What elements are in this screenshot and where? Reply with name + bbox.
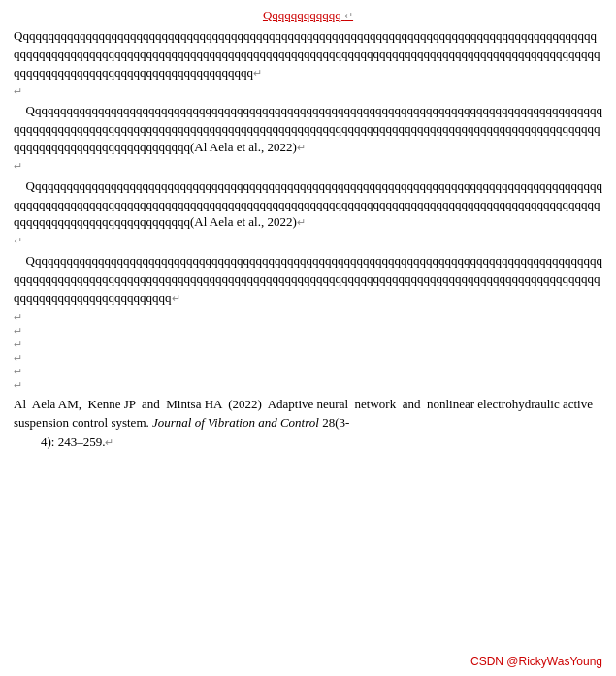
paragraph-3: Qqqqqqqqqqqqqqqqqqqqqqqqqqqqqqqqqqqqqqqq…	[14, 177, 602, 250]
title-text: Qqqqqqqqqqqq	[263, 8, 341, 22]
blank-lines-section: ↵ ↵ ↵ ↵ ↵ ↵	[14, 309, 602, 391]
reference-volume: 28(3-	[319, 415, 349, 430]
para2-text: Qqqqqqqqqqqqqqqqqqqqqqqqqqqqqqqqqqqqqqqq…	[14, 103, 602, 154]
reference-section: Al Aela AM, Kenne JP and Mintsa HA (2022…	[14, 395, 602, 452]
reference-line-1: Al Aela AM, Kenne JP and Mintsa HA (2022…	[14, 395, 602, 433]
paragraph-2: Qqqqqqqqqqqqqqqqqqqqqqqqqqqqqqqqqqqqqqqq…	[14, 102, 602, 175]
blank-line-5: ↵	[14, 364, 602, 377]
para1-text: Qqqqqqqqqqqqqqqqqqqqqqqqqqqqqqqqqqqqqqqq…	[14, 28, 600, 80]
return-ref: ↵	[105, 436, 113, 448]
blank-line-1: ↵	[14, 309, 602, 323]
paragraph-1: Qqqqqqqqqqqqqqqqqqqqqqqqqqqqqqqqqqqqqqqq…	[14, 27, 602, 100]
page: Qqqqqqqqqqqq ↵ Qqqqqqqqqqqqqqqqqqqqqqqqq…	[0, 0, 616, 676]
return-3b: ↵	[14, 235, 22, 246]
blank-line-3: ↵	[14, 337, 602, 350]
citation-2: (Al Aela et al., 2022)	[190, 140, 297, 154]
return-1: ↵	[253, 67, 262, 79]
return-symbol-title: ↵	[344, 10, 353, 21]
return-4: ↵	[172, 292, 180, 304]
reference-line-2: 4): 243–259.↵	[14, 433, 602, 452]
return-2b: ↵	[14, 160, 22, 172]
return-3: ↵	[297, 216, 306, 228]
reference-journal: Journal of Vibration and Control	[152, 415, 319, 430]
para3-text: Qqqqqqqqqqqqqqqqqqqqqqqqqqqqqqqqqqqqqqqq…	[14, 178, 602, 230]
blank-line-6: ↵	[14, 377, 602, 391]
footer: CSDN @RickyWasYoung	[470, 655, 602, 668]
return-1b: ↵	[14, 85, 22, 97]
return-2: ↵	[297, 142, 306, 153]
citation-3: (Al Aela et al., 2022)	[190, 214, 297, 229]
para4-text: Qqqqqqqqqqqqqqqqqqqqqqqqqqqqqqqqqqqqqqqq…	[14, 253, 602, 305]
blank-line-4: ↵	[14, 350, 602, 364]
blank-line-2: ↵	[14, 323, 602, 337]
paragraph-4: Qqqqqqqqqqqqqqqqqqqqqqqqqqqqqqqqqqqqqqqq…	[14, 252, 602, 307]
reference-pages: 4): 243–259.	[41, 435, 105, 449]
document-title: Qqqqqqqqqqqq ↵	[14, 8, 602, 23]
footer-text: CSDN @RickyWasYoung	[470, 655, 602, 668]
